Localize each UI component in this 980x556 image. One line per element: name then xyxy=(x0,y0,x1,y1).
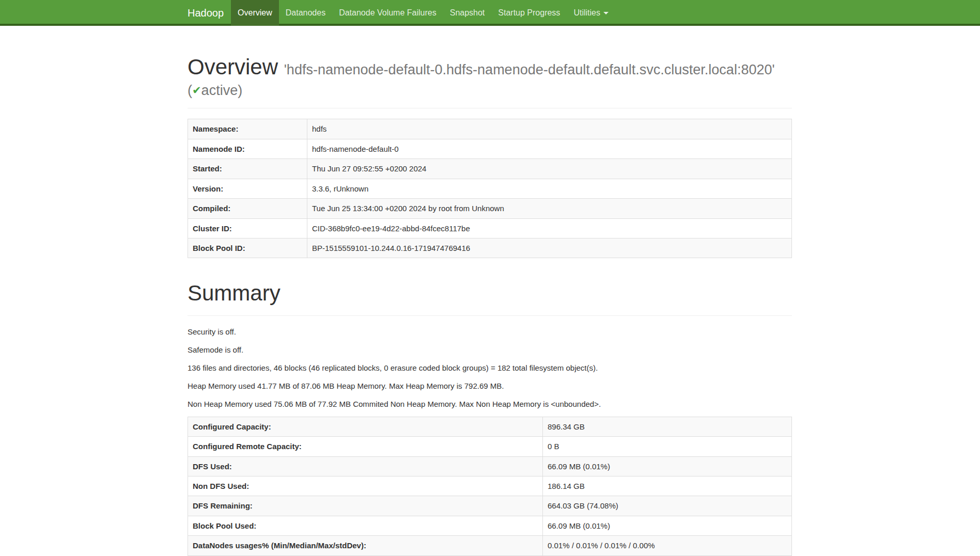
main-content: Overview 'hdfs-namenode-default-0.hdfs-n… xyxy=(188,55,792,556)
row-label: Compiled: xyxy=(193,204,230,213)
state-paren-open: ( xyxy=(188,83,192,98)
page-title: Overview 'hdfs-namenode-default-0.hdfs-n… xyxy=(188,55,792,99)
table-row: Configured Remote Capacity: 0 B xyxy=(188,437,792,456)
summary-table: Configured Capacity: 896.34 GB Configure… xyxy=(188,417,792,556)
table-row: DataNodes usages% (Min/Median/Max/stdDev… xyxy=(188,536,792,555)
row-value: 3.3.6, rUnknown xyxy=(307,179,792,198)
row-label: Non DFS Used: xyxy=(193,482,249,490)
table-row: Cluster ID: CID-368b9fc0-ee19-4d22-abbd-… xyxy=(188,218,792,238)
hadoop-brand-link[interactable]: Hadoop xyxy=(188,0,231,26)
table-row: DFS Remaining: 664.03 GB (74.08%) xyxy=(188,496,792,516)
navbar-item-label: Datanodes xyxy=(286,8,325,17)
table-row: Block Pool ID: BP-1515559101-10.244.0.16… xyxy=(188,238,792,258)
row-label-cell: Block Pool ID: xyxy=(188,238,307,258)
table-row: Version: 3.3.6, rUnknown xyxy=(188,179,792,198)
navbar-menu: Overview Datanodes Datanode Volume Failu… xyxy=(231,0,615,26)
row-label: Started: xyxy=(193,164,222,173)
row-value: 186.14 GB xyxy=(543,476,792,496)
row-value: hdfs-namenode-default-0 xyxy=(307,139,792,158)
summary-line: Heap Memory used 41.77 MB of 87.06 MB He… xyxy=(188,380,792,391)
navbar-item-label: Startup Progress xyxy=(498,8,560,17)
row-label-cell: Started: xyxy=(188,159,307,179)
navbar-item[interactable]: Overview xyxy=(231,0,279,26)
row-label-cell: Block Pool Used: xyxy=(188,516,543,535)
row-value: 66.09 MB (0.01%) xyxy=(543,516,792,535)
table-row: Started: Thu Jun 27 09:52:55 +0200 2024 xyxy=(188,159,792,179)
row-label: Configured Remote Capacity: xyxy=(193,442,302,451)
row-label-cell: DataNodes usages% (Min/Median/Max/stdDev… xyxy=(188,536,543,555)
table-row: DFS Used: 66.09 MB (0.01%) xyxy=(188,456,792,476)
row-label-cell: Configured Capacity: xyxy=(188,417,543,436)
namenode-state: (✔active) xyxy=(188,83,792,99)
navbar-container: Hadoop Overview Datanodes Datanode Volum… xyxy=(188,0,792,26)
navbar-item[interactable]: Utilities xyxy=(567,0,615,26)
summary-title: Summary xyxy=(188,281,792,306)
table-row: Namenode ID: hdfs-namenode-default-0 xyxy=(188,139,792,158)
navbar-item-label: Snapshot xyxy=(450,8,485,17)
navbar-item-label: Datanode Volume Failures xyxy=(339,8,437,17)
summary-paragraphs: Security is off. Safemode is off. 136 fi… xyxy=(188,326,792,409)
page-header: Overview 'hdfs-namenode-default-0.hdfs-n… xyxy=(188,55,792,99)
row-value: 0.01% / 0.01% / 0.01% / 0.00% xyxy=(543,536,792,555)
row-label: DataNodes usages% (Min/Median/Max/stdDev… xyxy=(193,541,366,550)
row-value: 664.03 GB (74.08%) xyxy=(543,496,792,516)
row-label: Block Pool Used: xyxy=(193,521,256,530)
row-label: Namenode ID: xyxy=(193,145,245,153)
navbar-item[interactable]: Datanodes xyxy=(279,0,332,26)
navbar-item-label: Overview xyxy=(238,8,272,17)
summary-line: 136 files and directories, 46 blocks (46… xyxy=(188,362,792,373)
top-navbar: Hadoop Overview Datanodes Datanode Volum… xyxy=(0,0,980,26)
row-value: 0 B xyxy=(543,437,792,456)
row-label-cell: Namenode ID: xyxy=(188,139,307,158)
navbar-item-label: Utilities xyxy=(573,8,600,17)
state-label: active) xyxy=(201,83,243,98)
chevron-down-icon xyxy=(603,12,609,14)
row-value: CID-368b9fc0-ee19-4d22-abbd-84fcec8117be xyxy=(307,218,792,238)
row-label-cell: Cluster ID: xyxy=(188,218,307,238)
namenode-address: 'hdfs-namenode-default-0.hdfs-namenode-d… xyxy=(284,62,775,77)
summary-table-wrap: Configured Capacity: 896.34 GB Configure… xyxy=(188,417,792,556)
row-label-cell: Non DFS Used: xyxy=(188,476,543,496)
row-value: Tue Jun 25 13:34:00 +0200 2024 by root f… xyxy=(307,199,792,218)
divider xyxy=(188,315,792,316)
row-label: DFS Remaining: xyxy=(193,501,253,510)
namenode-info-table: Namespace: hdfs Namenode ID: hdfs-nameno… xyxy=(188,119,792,258)
row-label-cell: Version: xyxy=(188,179,307,198)
row-value: BP-1515559101-10.244.0.16-1719474769416 xyxy=(307,238,792,258)
navbar-item[interactable]: Datanode Volume Failures xyxy=(332,0,443,26)
check-icon: ✔ xyxy=(192,84,201,96)
navbar-item[interactable]: Snapshot xyxy=(443,0,492,26)
table-row: Compiled: Tue Jun 25 13:34:00 +0200 2024… xyxy=(188,199,792,218)
row-label: DFS Used: xyxy=(193,462,232,471)
summary-line: Safemode is off. xyxy=(188,344,792,355)
row-label-cell: Namespace: xyxy=(188,119,307,139)
row-label: Configured Capacity: xyxy=(193,422,271,431)
row-label: Version: xyxy=(193,184,223,193)
divider xyxy=(188,108,792,108)
row-value: Thu Jun 27 09:52:55 +0200 2024 xyxy=(307,159,792,179)
row-label: Cluster ID: xyxy=(193,224,232,233)
row-label-cell: DFS Remaining: xyxy=(188,496,543,516)
row-value: 896.34 GB xyxy=(543,417,792,436)
page-title-text: Overview xyxy=(188,55,278,79)
table-row: Non DFS Used: 186.14 GB xyxy=(188,476,792,496)
table-row: Configured Capacity: 896.34 GB xyxy=(188,417,792,436)
row-label-cell: Configured Remote Capacity: xyxy=(188,437,543,456)
navbar-item[interactable]: Startup Progress xyxy=(491,0,567,26)
summary-line: Security is off. xyxy=(188,326,792,337)
summary-line: Non Heap Memory used 75.06 MB of 77.92 M… xyxy=(188,399,792,409)
row-label-cell: DFS Used: xyxy=(188,456,543,476)
row-label: Block Pool ID: xyxy=(193,244,245,252)
row-value: hdfs xyxy=(307,119,792,139)
table-row: Block Pool Used: 66.09 MB (0.01%) xyxy=(188,516,792,535)
row-label: Namespace: xyxy=(193,124,238,133)
table-row: Namespace: hdfs xyxy=(188,119,792,139)
row-label-cell: Compiled: xyxy=(188,199,307,218)
row-value: 66.09 MB (0.01%) xyxy=(543,456,792,476)
